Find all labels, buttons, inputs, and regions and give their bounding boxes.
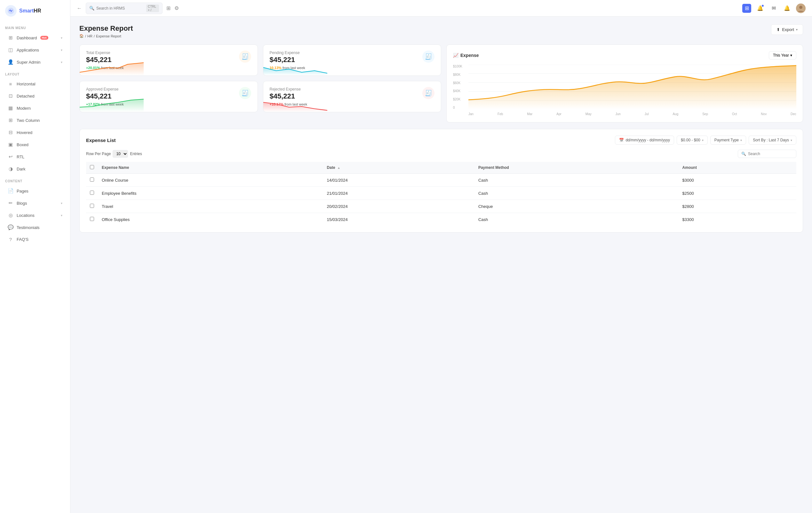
y-label: $80K	[453, 73, 467, 77]
sidebar-item-locations[interactable]: ◎ Locations ▾	[3, 210, 67, 221]
sidebar-item-label: Modern	[17, 106, 31, 111]
date-filter-button[interactable]: 📅 dd/mm/yyyy - dd/mm/yyyy	[615, 135, 674, 145]
rows-per-page-select[interactable]: 10 25 50	[113, 150, 128, 158]
sidebar-item-label: Testimonials	[17, 225, 40, 230]
col-date[interactable]: Date ▲	[323, 162, 474, 174]
stat-label-rejected: Rejected Expense	[270, 87, 301, 91]
amount-filter-button[interactable]: $0.00 - $00 ▾	[677, 135, 708, 145]
table-search-input[interactable]	[748, 152, 793, 156]
sidebar-item-two-column[interactable]: ⊞ Two Column	[3, 115, 67, 126]
stat-card-approved: Approved Expense $45,221 🧾 +17.02% from …	[79, 81, 258, 112]
row-payment-method: Cash	[474, 213, 678, 226]
sidebar-item-label: Dark	[17, 167, 25, 172]
back-button[interactable]: ←	[77, 5, 82, 11]
list-filters: 📅 dd/mm/yyyy - dd/mm/yyyy $0.00 - $00 ▾ …	[615, 135, 796, 145]
row-checkbox[interactable]	[90, 191, 94, 195]
chart-x-labels: Jan Feb Mar Apr May Jun Jul Aug Sep Oct …	[468, 112, 796, 116]
table-row: Office Supplies 15/03/2024 Cash $3300	[86, 213, 796, 226]
page-header: Expense Report 🏠 / HR / Expense Report ⬆…	[79, 24, 803, 38]
row-checkbox[interactable]	[90, 178, 94, 182]
chevron-down-icon: ▾	[790, 139, 792, 142]
sidebar-item-hovered[interactable]: ⊟ Hovered	[3, 127, 67, 138]
payment-type-filter-button[interactable]: Payment Type ▾	[710, 135, 747, 145]
row-checkbox-cell	[86, 187, 98, 200]
sidebar-item-horizontal[interactable]: ≡ Horizontal	[3, 78, 67, 90]
table-row: Employee Benefits 21/01/2024 Cash $2500	[86, 187, 796, 200]
sidebar-item-label: Super Admin	[17, 60, 40, 65]
sidebar-item-pages[interactable]: 📄 Pages	[3, 185, 67, 197]
calendar-icon: 📅	[619, 138, 624, 142]
y-label: 0	[453, 106, 467, 110]
row-checkbox-cell	[86, 213, 98, 226]
avatar[interactable]	[796, 3, 806, 13]
row-checkbox[interactable]	[90, 204, 94, 208]
table-search-box[interactable]: 🔍	[738, 150, 796, 158]
settings-icon[interactable]: ⚙	[174, 5, 179, 11]
bell-icon[interactable]: 🔔	[783, 4, 791, 13]
page-header-left: Expense Report 🏠 / HR / Expense Report	[79, 24, 133, 38]
sidebar-item-testimonials[interactable]: 💬 Testimonials	[3, 222, 67, 233]
stats-row: Total Expense $45,221 🧾 +20.01% from las…	[79, 44, 803, 122]
sidebar-item-label: Blogs	[17, 201, 27, 206]
search-icon: 🔍	[741, 152, 746, 156]
select-all-checkbox[interactable]	[90, 165, 94, 169]
chart-icon: 📈	[453, 53, 459, 58]
sidebar-item-label: Dashboard	[17, 35, 37, 40]
notification-icon[interactable]: 🔔	[756, 4, 765, 13]
row-checkbox[interactable]	[90, 217, 94, 221]
layout-grid-icon[interactable]: ⊞	[742, 4, 751, 13]
sidebar-item-modern[interactable]: ▦ Modern	[3, 102, 67, 114]
sidebar-item-detached[interactable]: ⊡ Detached	[3, 90, 67, 102]
sidebar-item-blogs[interactable]: ✏ Blogs ▾	[3, 197, 67, 209]
faqs-icon: ?	[8, 237, 13, 242]
stat-icon-pending: 🧾	[422, 51, 434, 63]
chart-title: 📈 Expense	[453, 53, 479, 58]
two-column-icon: ⊞	[8, 117, 13, 123]
mail-icon[interactable]: ✉	[769, 4, 778, 13]
row-per-page: Row Per Page 10 25 50 Entries	[86, 150, 142, 158]
row-expense-name: Online Course	[98, 174, 323, 187]
home-icon: 🏠	[79, 34, 84, 38]
row-amount: $3000	[678, 174, 796, 187]
mini-chart-rejected	[263, 97, 327, 112]
row-expense-name: Employee Benefits	[98, 187, 323, 200]
list-header: Expense List 📅 dd/mm/yyyy - dd/mm/yyyy $…	[86, 135, 796, 145]
row-date: 20/02/2024	[323, 200, 474, 213]
super-admin-icon: 👤	[8, 59, 13, 65]
sidebar-item-faqs[interactable]: ? FAQ'S	[3, 234, 67, 245]
logo-area[interactable]: SmartHR	[0, 0, 70, 22]
export-icon: ⬆	[777, 27, 780, 32]
sidebar-item-rtl[interactable]: ↩ RTL	[3, 151, 67, 162]
stat-label-approved: Approved Expense	[86, 87, 118, 91]
detached-icon: ⊡	[8, 93, 13, 99]
export-button[interactable]: ⬆ Export ▾	[771, 24, 803, 35]
sidebar-item-boxed[interactable]: ▣ Boxed	[3, 139, 67, 150]
x-label: Apr	[556, 112, 561, 116]
sort-filter-button[interactable]: Sort By : Last 7 Days ▾	[749, 135, 796, 145]
search-input[interactable]	[96, 6, 144, 10]
sidebar-item-super-admin[interactable]: 👤 Super Admin ▾	[3, 56, 67, 68]
sidebar: SmartHR MAIN MENU ⊞ Dashboard Hot ▾ ◫ Ap…	[0, 0, 70, 513]
sidebar-item-label: Horizontal	[17, 82, 35, 86]
logo-text: SmartHR	[19, 8, 41, 14]
row-expense-name: Travel	[98, 200, 323, 213]
search-box[interactable]: 🔍 CTRL + /	[86, 3, 163, 14]
horizontal-icon: ≡	[8, 81, 13, 87]
chevron-down-icon: ▾	[790, 53, 792, 58]
sidebar-item-dashboard[interactable]: ⊞ Dashboard Hot ▾	[3, 32, 67, 43]
topbar-right: ⊞ 🔔 ✉ 🔔	[742, 3, 806, 13]
chevron-down-icon: ▾	[740, 139, 742, 142]
grid-view-icon[interactable]: ⊞	[166, 5, 171, 11]
chart-header: 📈 Expense This Year ▾	[453, 51, 796, 59]
search-icon: 🔍	[89, 6, 94, 10]
row-checkbox-cell	[86, 174, 98, 187]
notification-dot	[761, 4, 764, 7]
sidebar-item-dark[interactable]: ◑ Dark	[3, 163, 67, 175]
sidebar-item-applications[interactable]: ◫ Applications ▾	[3, 44, 67, 56]
list-controls: Row Per Page 10 25 50 Entries 🔍	[86, 150, 796, 158]
chart-filter-button[interactable]: This Year ▾	[769, 51, 796, 59]
stat-icon-rejected: 🧾	[422, 87, 434, 99]
sidebar-item-label: Detached	[17, 94, 34, 98]
row-payment-method: Cash	[474, 174, 678, 187]
chart-area: $100K $80K $60K $40K $20K 0	[453, 65, 796, 116]
